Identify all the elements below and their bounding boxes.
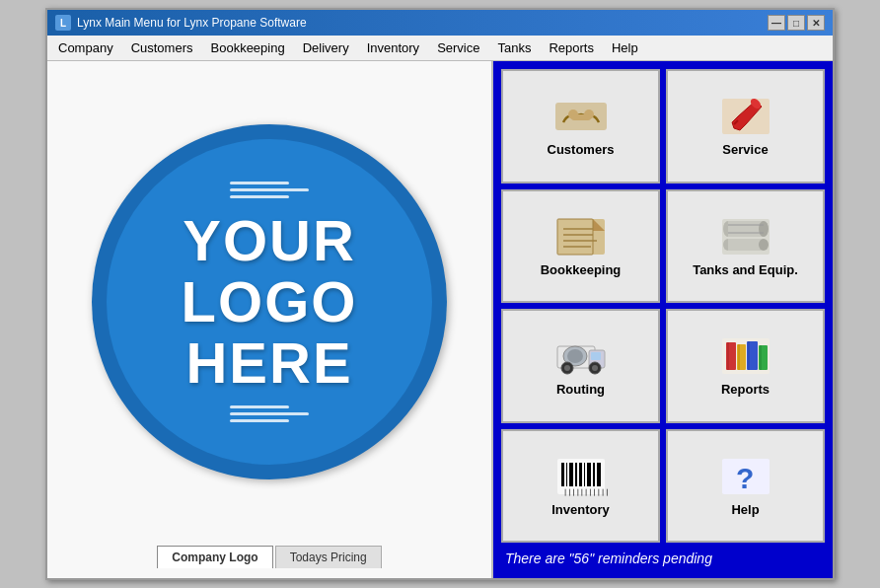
svg-point-27 [564,365,570,371]
bottom-tabs: Company Logo Todays Pricing [149,533,389,568]
svg-rect-41 [566,463,567,486]
svg-point-25 [567,349,583,363]
routing-icon [553,334,609,378]
reports-icon [718,334,773,378]
help-label: Help [731,502,759,517]
tanks-button[interactable]: Tanks and Equip. [666,189,825,304]
logo-line-4 [230,405,289,408]
logo-circle-outer: YOUR LOGO HERE [92,124,447,479]
window-title: Lynx Main Menu for Lynx Propane Software [77,16,307,30]
logo-area: YOUR LOGO HERE [57,71,481,533]
minimize-button[interactable]: — [768,15,785,31]
svg-rect-43 [575,463,577,486]
logo-text-line3: HERE [185,334,352,392]
menu-item-bookkeeping[interactable]: Bookkeeping [202,37,294,59]
tab-todays-pricing[interactable]: Todays Pricing [275,546,382,568]
routing-button[interactable]: Routing [501,309,660,423]
reports-button[interactable]: Reports [666,309,825,423]
svg-rect-47 [593,463,595,486]
logo-text-line1: YOUR [183,212,356,269]
logo-line-3 [230,195,289,198]
logo-lines-top [230,182,309,198]
bookkeeping-label: Bookkeeping [541,262,622,277]
tab-company-logo[interactable]: Company Logo [157,546,272,568]
right-panel: Customers Service [493,61,833,578]
svg-rect-33 [737,344,746,370]
help-button[interactable]: ? Help [666,429,825,544]
service-icon [718,95,773,138]
reports-label: Reports [721,382,770,397]
svg-text:?: ? [736,462,754,494]
inventory-label: Inventory [551,502,610,517]
service-label: Service [722,142,768,157]
menu-item-delivery[interactable]: Delivery [294,37,358,59]
tanks-label: Tanks and Equip. [693,262,798,277]
menu-bar: CompanyCustomersBookkeepingDeliveryInven… [47,36,833,61]
title-bar-left: L Lynx Main Menu for Lynx Propane Softwa… [55,15,307,31]
logo-line-2 [230,188,309,191]
svg-rect-17 [728,239,764,251]
logo-line-5 [230,412,309,415]
svg-rect-46 [587,463,591,486]
svg-rect-14 [728,221,764,237]
inventory-button[interactable]: |||||||||||||| Inventory [501,429,660,544]
inventory-icon: |||||||||||||| [553,455,609,498]
help-icon: ? [718,455,773,498]
menu-item-inventory[interactable]: Inventory [358,37,428,59]
bookkeeping-button[interactable]: Bookkeeping [501,189,660,304]
maximize-button[interactable]: □ [787,15,805,31]
reminders-text: There are "56" reminders pending [501,543,825,570]
button-grid: Customers Service [501,69,825,543]
svg-rect-3 [571,114,591,120]
svg-rect-44 [579,463,582,486]
svg-point-18 [759,239,769,251]
title-buttons: — □ ✕ [768,15,825,31]
svg-rect-37 [759,345,768,370]
menu-item-company[interactable]: Company [49,37,122,59]
app-icon: L [55,15,71,31]
svg-point-29 [592,365,598,371]
routing-label: Routing [556,382,605,397]
svg-rect-45 [584,463,585,486]
svg-rect-48 [597,463,601,486]
svg-point-15 [759,221,769,237]
logo-text-line2: LOGO [182,273,358,331]
content-area: YOUR LOGO HERE Company Logo Todays Prici… [47,61,833,578]
menu-item-service[interactable]: Service [428,37,488,59]
svg-rect-40 [561,463,564,486]
customers-label: Customers [548,142,615,157]
menu-item-reports[interactable]: Reports [540,37,603,59]
logo-circle-inner: YOUR LOGO HERE [107,139,432,465]
svg-rect-42 [569,463,573,486]
main-window: L Lynx Main Menu for Lynx Propane Softwa… [45,8,835,580]
customers-icon [553,95,609,138]
menu-item-help[interactable]: Help [603,37,647,59]
menu-item-tanks[interactable]: Tanks [488,37,540,59]
bookkeeping-icon [553,215,609,258]
svg-rect-23 [591,352,601,360]
logo-line-6 [230,419,289,422]
customers-button[interactable]: Customers [501,69,660,184]
service-button[interactable]: Service [666,69,825,184]
left-panel: YOUR LOGO HERE Company Logo Todays Prici… [47,61,493,578]
close-button[interactable]: ✕ [807,15,825,31]
menu-item-customers[interactable]: Customers [122,37,202,59]
title-bar: L Lynx Main Menu for Lynx Propane Softwa… [47,10,833,36]
logo-lines-bottom [230,405,309,422]
svg-text:||||||||||||||: |||||||||||||| [563,488,609,496]
tanks-icon [718,215,773,258]
logo-line-1 [230,182,289,184]
